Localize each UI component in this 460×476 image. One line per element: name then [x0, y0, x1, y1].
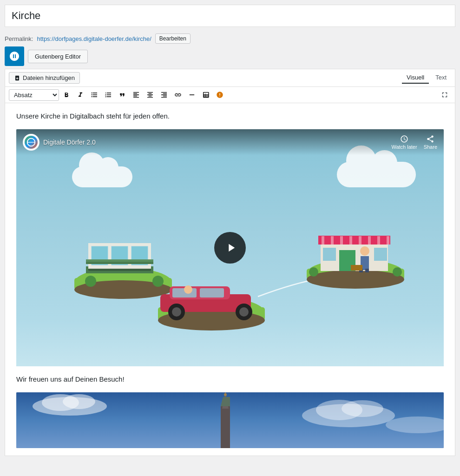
permalink-label: Permalink: [5, 35, 33, 42]
title-row [5, 5, 455, 27]
add-files-icon [14, 75, 20, 81]
play-icon [224, 241, 237, 254]
svg-point-28 [307, 270, 404, 289]
svg-rect-46 [365, 269, 369, 272]
blockquote-icon [118, 91, 126, 99]
editor-content: Unsere Kirche in Digitalbach steht für j… [5, 103, 455, 456]
align-left-icon [132, 91, 140, 99]
yt-logo [23, 134, 39, 151]
link-button[interactable] [171, 89, 184, 101]
svg-point-43 [360, 246, 369, 256]
horizontal-rule-button[interactable] [185, 89, 198, 101]
toolbar-left: Dateien hinzufügen [9, 72, 80, 84]
svg-rect-20 [200, 288, 224, 298]
format-select[interactable]: Absatz Überschrift 1 Überschrift 2 Übers… [9, 89, 59, 101]
video-scene: Digitale Dörfer 2.0 Watch later Share [16, 129, 444, 366]
youtube-embed[interactable]: Digitale Dörfer 2.0 Watch later Share [16, 129, 444, 366]
unordered-list-button[interactable] [88, 89, 101, 101]
editor-toggle-row: Gutenberg Editor [5, 46, 455, 66]
ordered-list-button[interactable] [102, 89, 115, 101]
svg-point-22 [172, 307, 181, 317]
bold-button[interactable] [60, 89, 73, 101]
editor-text-2: Wir freuen uns auf Deinen Besuch! [16, 374, 444, 385]
align-center-icon [146, 91, 154, 99]
yt-header-left: Digitale Dörfer 2.0 [23, 134, 96, 151]
italic-button[interactable] [74, 89, 87, 101]
tab-visuell[interactable]: Visuell [402, 72, 429, 84]
share-icon [426, 135, 434, 143]
gutenberg-editor-button[interactable]: Gutenberg Editor [28, 50, 88, 63]
fullscreen-icon [440, 91, 449, 99]
church-image [16, 392, 444, 448]
watch-later-button[interactable]: Watch later [391, 135, 417, 150]
editor-text-1: Unsere Kirche in Digitalbach steht für j… [16, 111, 444, 122]
svg-point-25 [184, 285, 192, 294]
horizontal-rule-icon [188, 91, 196, 99]
channel-logo-icon [26, 138, 36, 147]
fullscreen-button[interactable] [438, 89, 451, 101]
page-wrapper: Permalink: https://dorfpages.digitale-do… [0, 0, 460, 461]
page-title-input[interactable] [5, 5, 455, 26]
svg-rect-58 [221, 406, 230, 448]
editor-container: Dateien hinzufügen Visuell Text Absatz Ü… [5, 69, 455, 456]
alert-button[interactable] [213, 89, 226, 101]
link-icon [174, 91, 182, 99]
yt-logo-inner [25, 136, 38, 149]
svg-point-49 [393, 267, 402, 277]
tab-text[interactable]: Text [431, 72, 451, 84]
toolbar-row2: Absatz Überschrift 1 Überschrift 2 Übers… [5, 87, 455, 103]
bold-icon [63, 91, 70, 99]
italic-icon [77, 91, 84, 99]
toolbar-right: Visuell Text [402, 72, 451, 84]
align-right-icon [160, 91, 168, 99]
blockquote-button[interactable] [116, 89, 129, 101]
yt-channel-name: Digitale Dörfer 2.0 [43, 139, 96, 146]
align-right-button[interactable] [158, 89, 171, 101]
align-left-button[interactable] [130, 89, 143, 101]
svg-rect-41 [323, 248, 336, 261]
alert-icon [216, 91, 223, 99]
bearbeiten-button[interactable]: Bearbeiten [155, 33, 191, 44]
gutenberg-logo-icon [9, 51, 20, 62]
svg-point-13 [152, 276, 164, 287]
yt-header: Digitale Dörfer 2.0 Watch later Share [16, 129, 444, 155]
svg-point-48 [309, 267, 318, 277]
watch-later-icon [400, 135, 408, 143]
permalink-row: Permalink: https://dorfpages.digitale-do… [5, 31, 455, 46]
svg-point-12 [85, 276, 96, 287]
ordered-list-icon [105, 91, 112, 99]
church-svg [16, 392, 444, 448]
table-button[interactable] [199, 89, 212, 101]
svg-point-24 [239, 307, 249, 317]
share-button[interactable]: Share [424, 135, 437, 150]
svg-point-56 [342, 400, 383, 417]
svg-rect-10 [86, 259, 153, 262]
svg-rect-11 [86, 262, 153, 264]
svg-point-53 [63, 394, 95, 409]
play-button[interactable] [214, 232, 246, 264]
gutenberg-icon-button[interactable] [5, 46, 24, 66]
permalink-link[interactable]: https://dorfpages.digitale-doerfer.de/ki… [37, 35, 151, 42]
table-icon [202, 91, 210, 99]
align-center-button[interactable] [144, 89, 157, 101]
yt-header-right: Watch later Share [391, 135, 437, 150]
toolbar-row1: Dateien hinzufügen Visuell Text [5, 69, 455, 87]
unordered-list-icon [91, 91, 98, 99]
svg-rect-47 [351, 265, 362, 271]
svg-rect-42 [374, 248, 387, 261]
add-files-button[interactable]: Dateien hinzufügen [9, 72, 80, 84]
